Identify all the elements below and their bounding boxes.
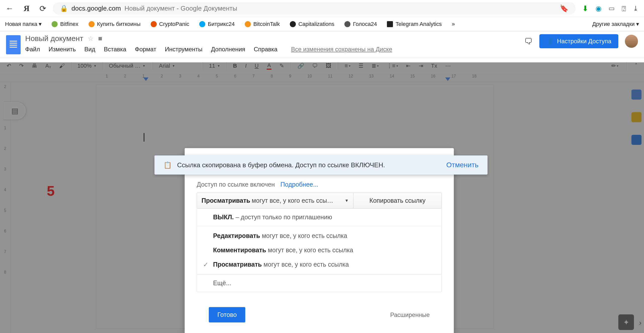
bookmark-item[interactable]: Купить биткоины [89, 21, 141, 27]
docs-menu-bar: Файл Изменить Вид Вставка Формат Инструм… [25, 46, 520, 53]
bookmark-item[interactable]: Telegram Analytics [387, 21, 441, 27]
docs-logo-icon[interactable] [6, 35, 21, 54]
bookmark-item[interactable]: Голоса24 [344, 21, 377, 27]
toast-undo-button[interactable]: Отменить [446, 161, 478, 169]
option-more[interactable]: Ещё... [197, 274, 441, 292]
downloads-tray-icon[interactable]: ⤓ [633, 5, 638, 12]
bookmarks-bar: Новая папка ▾ Bitfinex Купить биткоины C… [0, 17, 644, 31]
option-view[interactable]: Просматривать могут все, у кого есть ссы… [197, 257, 441, 272]
option-edit[interactable]: Редактировать могут все, у кого есть ссы… [197, 229, 441, 243]
menu-view[interactable]: Вид [84, 46, 95, 53]
extension-icon[interactable]: ⍰ [622, 5, 626, 12]
nav-back-icon[interactable]: ← [6, 4, 14, 13]
permission-dropdown[interactable]: Просматривать могут все, у кого есть ссы… [197, 193, 353, 208]
permission-dropdown-rest: могут все, у кого есть ссы… [252, 197, 333, 204]
browser-address-bar: ← Я ⟳ 🔒 docs.google.com Новый документ -… [0, 0, 644, 17]
menu-help[interactable]: Справка [254, 46, 277, 53]
bookmark-item[interactable]: BitcoinTalk [245, 21, 280, 27]
document-title[interactable]: Новый документ [25, 34, 83, 43]
bookmark-page-icon[interactable]: 🔖 [560, 4, 569, 13]
move-folder-icon[interactable]: ■ [98, 34, 102, 43]
comments-icon[interactable]: 🗨 [524, 36, 533, 46]
toast-message: Ссылка скопирована в буфер обмена. Досту… [177, 161, 385, 169]
lock-icon: 🔒 [60, 5, 68, 12]
other-bookmarks[interactable]: Другие закладки ▾ [592, 21, 639, 27]
link-sharing-status: Доступ по ссылке включен [197, 181, 275, 188]
share-button-label: Настройки Доступа [557, 38, 611, 45]
bookmark-item[interactable]: Capitalizations [290, 21, 334, 27]
permission-options: ВЫКЛ. – доступ только по приглашению Ред… [197, 209, 442, 292]
download-icon[interactable]: ⬇ [582, 4, 588, 13]
menu-file[interactable]: Файл [25, 46, 40, 53]
address-host: docs.google.com [71, 5, 121, 12]
account-avatar[interactable] [625, 35, 638, 48]
battery-icon: ▭ [609, 5, 615, 12]
address-field[interactable]: 🔒 docs.google.com Новый документ - Googl… [53, 2, 576, 15]
advanced-link[interactable]: Расширенные [390, 311, 430, 318]
reload-icon[interactable]: ⟳ [39, 4, 46, 13]
menu-edit[interactable]: Изменить [49, 46, 76, 53]
bookmark-folder[interactable]: Новая папка ▾ [5, 21, 42, 27]
save-status[interactable]: Все изменения сохранены на Диске [291, 46, 392, 53]
done-button[interactable]: Готово [209, 307, 245, 322]
option-off[interactable]: ВЫКЛ. – доступ только по приглашению [197, 209, 441, 226]
menu-tools[interactable]: Инструменты [165, 46, 203, 53]
bookmark-item[interactable]: Битрикс24 [199, 21, 235, 27]
docs-header: Новый документ ☆ ■ Файл Изменить Вид Вст… [0, 31, 644, 54]
menu-insert[interactable]: Вставка [104, 46, 126, 53]
link-copied-toast: 📋 Ссылка скопирована в буфер обмена. Дос… [154, 155, 488, 175]
chevron-down-icon: ▼ [345, 198, 349, 203]
copy-link-button[interactable]: Копировать ссылку [353, 193, 441, 208]
share-button[interactable]: 👤 Настройки Доступа [539, 34, 618, 48]
menu-format[interactable]: Формат [135, 46, 156, 53]
option-comment[interactable]: Комментировать могут все, у кого есть сс… [197, 243, 441, 257]
learn-more-link[interactable]: Подробнее... [280, 181, 318, 188]
star-icon[interactable]: ☆ [88, 35, 94, 43]
yandex-logo-icon[interactable]: Я [24, 4, 29, 13]
permission-dropdown-bold: Просматривать [202, 197, 250, 204]
lock-open-icon: 👤 [546, 38, 554, 45]
ext-bookmark-icon[interactable]: ◉ [595, 4, 601, 13]
clipboard-icon: 📋 [164, 161, 172, 169]
bookmark-item[interactable]: CryptoPanic [151, 21, 189, 27]
bookmark-item[interactable]: Bitfinex [52, 21, 78, 27]
share-dialog: Доступ по ссылке включен Подробнее... Пр… [185, 148, 454, 333]
bookmarks-overflow[interactable]: » [452, 21, 455, 27]
address-title: Новый документ - Google Документы [125, 5, 237, 12]
menu-addons[interactable]: Дополнения [211, 46, 245, 53]
